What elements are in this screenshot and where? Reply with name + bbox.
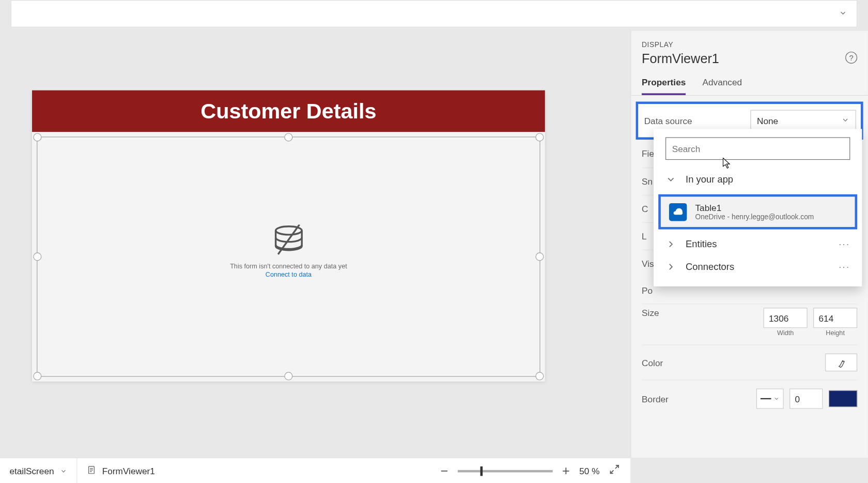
resize-handle[interactable]: [284, 372, 292, 380]
group-entities[interactable]: Entities ···: [654, 233, 862, 255]
resize-handle[interactable]: [535, 133, 544, 141]
canvas-area: Customer Details: [0, 31, 630, 458]
prop-size-label: Size: [642, 308, 659, 318]
resize-handle[interactable]: [33, 252, 41, 261]
resize-handle[interactable]: [535, 252, 544, 261]
data-source-search-input[interactable]: [672, 143, 844, 154]
data-source-label: Data source: [638, 115, 750, 126]
group-connectors[interactable]: Connectors ···: [654, 255, 862, 280]
panel-eyebrow: DISPLAY: [642, 40, 857, 49]
resize-handle[interactable]: [33, 133, 41, 141]
chevron-down-icon: [841, 115, 849, 126]
group-in-your-app[interactable]: In your app: [654, 168, 862, 191]
app-header-title: Customer Details: [32, 90, 545, 132]
chevron-down-icon: [60, 467, 67, 475]
database-slash-icon: [270, 224, 308, 256]
breadcrumb-screen[interactable]: etailScreen: [0, 458, 77, 483]
tab-properties[interactable]: Properties: [642, 77, 686, 95]
empty-form-placeholder: This form isn't connected to any data ye…: [230, 224, 347, 278]
group-label: Entities: [686, 239, 717, 250]
data-source-value: None: [757, 115, 778, 126]
tab-advanced[interactable]: Advanced: [703, 77, 742, 95]
zoom-percent: 50 %: [579, 466, 599, 476]
group-label: In your app: [686, 174, 733, 185]
data-source-popup: In your app Table1 OneDrive - henry.legg…: [654, 129, 862, 286]
chevron-down-icon: [773, 396, 779, 401]
empty-form-message: This form isn't connected to any data ye…: [230, 263, 347, 270]
border-width-input[interactable]: 0: [789, 388, 823, 409]
data-source-search[interactable]: [665, 137, 850, 160]
breadcrumb-screen-label: etailScreen: [9, 466, 54, 476]
help-icon[interactable]: ?: [845, 52, 857, 64]
zoom-out-button[interactable]: −: [441, 463, 448, 479]
svg-line-6: [615, 465, 618, 469]
chevron-right-icon: [665, 262, 676, 273]
connect-to-data-link[interactable]: Connect to data: [230, 271, 347, 278]
size-height-input[interactable]: 614: [813, 308, 857, 328]
breadcrumb-control-label: FormViewer1: [102, 466, 155, 476]
resize-handle[interactable]: [284, 133, 292, 141]
chevron-down-icon: [665, 174, 676, 185]
bottom-bar: etailScreen FormViewer1 − + 50 %: [0, 458, 630, 483]
form-icon: [87, 465, 96, 477]
resize-handle[interactable]: [535, 372, 544, 380]
size-height-sublabel: Height: [826, 329, 845, 337]
panel-title: FormViewer1: [642, 51, 719, 67]
breadcrumb-control[interactable]: FormViewer1: [77, 458, 164, 483]
prop-border-label: Border: [642, 394, 669, 404]
border-color-swatch[interactable]: [829, 390, 857, 407]
more-icon[interactable]: ···: [839, 239, 850, 250]
resize-handle[interactable]: [33, 372, 41, 380]
paint-icon: [836, 357, 847, 368]
size-width-input[interactable]: 1306: [764, 308, 808, 328]
svg-line-7: [610, 470, 613, 473]
data-source-item-subtitle: OneDrive - henry.legge@outlook.com: [695, 213, 814, 221]
border-style-select[interactable]: [756, 388, 784, 409]
color-picker-button[interactable]: [825, 354, 857, 371]
data-source-item-table1[interactable]: Table1 OneDrive - henry.legge@outlook.co…: [658, 194, 857, 230]
chevron-down-icon[interactable]: [839, 9, 847, 19]
properties-panel: DISPLAY FormViewer1 ? Properties Advance…: [630, 31, 868, 458]
chevron-right-icon: [665, 239, 676, 250]
prop-po-label: Po: [642, 285, 656, 296]
size-width-sublabel: Width: [777, 329, 794, 337]
cloud-icon: [669, 203, 687, 220]
form-viewer-selection[interactable]: This form isn't connected to any data ye…: [37, 137, 540, 376]
zoom-in-button[interactable]: +: [562, 463, 570, 479]
more-icon[interactable]: ···: [839, 262, 850, 273]
panel-tabs: Properties Advanced: [631, 77, 867, 96]
data-source-item-name: Table1: [695, 203, 814, 213]
zoom-controls: − + 50 %: [430, 463, 630, 479]
data-source-select[interactable]: None: [750, 110, 856, 131]
app-screen: Customer Details: [32, 90, 545, 382]
zoom-slider-thumb[interactable]: [480, 466, 483, 475]
formula-bar[interactable]: [11, 0, 857, 27]
prop-color-label: Color: [642, 357, 663, 368]
expand-icon[interactable]: [609, 464, 620, 477]
zoom-slider[interactable]: [458, 470, 553, 472]
group-label: Connectors: [686, 262, 734, 273]
